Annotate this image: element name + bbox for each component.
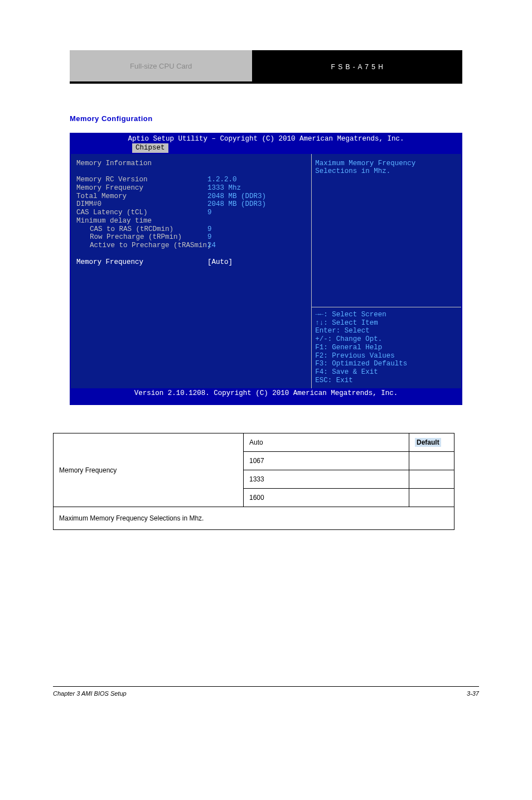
- setting-description: Maximum Memory Frequency Selections in M…: [54, 507, 454, 530]
- bios-row: CAS to RAS (tRCDmin)9: [76, 225, 308, 234]
- bios-key-hint: F1: General Help: [315, 344, 458, 352]
- bios-key-hint: +/-: Change Opt.: [315, 335, 458, 344]
- page-footer: Chapter 3 AMI BIOS Setup 3-37: [53, 686, 479, 697]
- bios-key-hint: F3: Optimized Defaults: [315, 360, 458, 368]
- bios-help-line: Maximum Memory Frequency: [315, 160, 458, 168]
- bios-row: Total Memory2048 MB (DDR3): [76, 192, 308, 201]
- bios-setting-memory-frequency[interactable]: Memory Frequency[Auto]: [76, 258, 308, 267]
- bios-row: DIMM#02048 MB (DDR3): [76, 200, 308, 209]
- section-title: Memory Configuration: [70, 114, 462, 123]
- bios-row: Row Precharge (tRPmin)9: [76, 233, 308, 242]
- bios-key-hint: ↑↓: Select Item: [315, 319, 458, 327]
- footer-page-number: 3-37: [467, 690, 479, 697]
- bios-help-line: Selections in Mhz.: [315, 167, 458, 176]
- bios-row: Active to Precharge (tRASmin)24: [76, 242, 308, 250]
- option-cell: 1067: [244, 452, 409, 470]
- bios-screenshot: Aptio Setup Utility – Copyright (C) 2010…: [70, 133, 462, 405]
- option-cell: Auto: [244, 433, 409, 452]
- bios-row: CAS Latency (tCL)9: [76, 209, 308, 217]
- bios-key-hint: F4: Save & Exit: [315, 368, 458, 377]
- option-cell: 1600: [244, 489, 409, 507]
- options-table: Memory Frequency Auto Default 1067 1333 …: [53, 433, 454, 530]
- bios-tab-chipset[interactable]: Chipset: [132, 143, 168, 153]
- header-model: F S B - A 7 5 H: [252, 50, 462, 84]
- bios-right-pane: Maximum Memory Frequency Selections in M…: [312, 154, 461, 388]
- bios-key-hint: Enter: Select: [315, 327, 458, 335]
- bios-key-hint: F2: Previous Values: [315, 352, 458, 360]
- bios-title: Aptio Setup Utility – Copyright (C) 2010…: [71, 134, 461, 143]
- bios-heading: Memory Information: [76, 160, 308, 168]
- default-cell: [409, 489, 454, 507]
- header-card-name: Full-size CPU Card: [70, 50, 252, 84]
- default-cell: Default: [409, 433, 454, 452]
- bios-key-hint: ESC: Exit: [315, 377, 458, 385]
- bios-tab-row: Chipset: [71, 143, 461, 154]
- bios-row: Memory Frequency1333 Mhz: [76, 184, 308, 192]
- option-cell: 1333: [244, 470, 409, 489]
- bios-key-hint: →←: Select Screen: [315, 311, 458, 319]
- bios-row: Memory RC Version1.2.2.0: [76, 176, 308, 184]
- default-cell: [409, 452, 454, 470]
- default-cell: [409, 470, 454, 489]
- setting-name-cell: Memory Frequency: [54, 433, 244, 507]
- page-header: Full-size CPU Card F S B - A 7 5 H: [70, 50, 462, 84]
- bios-left-pane: Memory Information Memory RC Version1.2.…: [71, 154, 312, 388]
- bios-footer: Version 2.10.1208. Copyright (C) 2010 Am…: [71, 388, 461, 404]
- footer-chapter: Chapter 3 AMI BIOS Setup: [53, 690, 127, 697]
- bios-row: Minimum delay time: [76, 217, 308, 225]
